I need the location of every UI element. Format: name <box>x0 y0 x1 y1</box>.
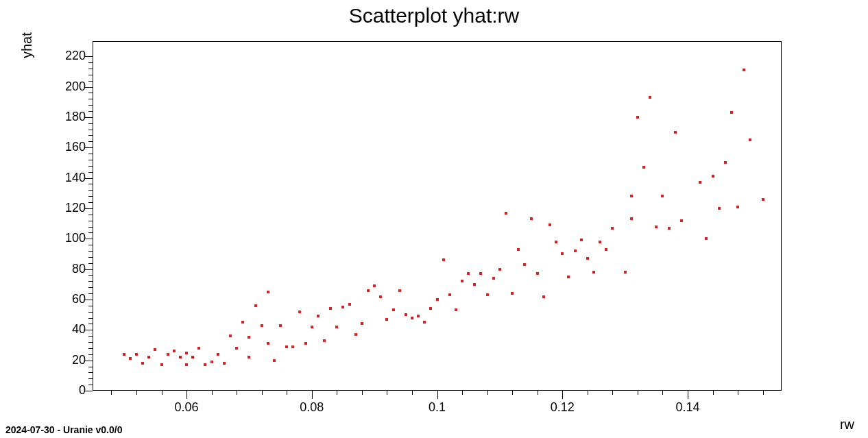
y-tick-label: 20 <box>51 353 86 367</box>
data-point <box>561 252 564 255</box>
y-minor-tick <box>88 354 93 355</box>
data-point <box>185 352 188 354</box>
data-point <box>411 317 413 319</box>
data-point <box>210 361 213 363</box>
data-point <box>523 263 526 266</box>
y-minor-tick <box>88 99 93 99</box>
x-minor-tick <box>512 391 513 395</box>
x-minor-tick <box>462 391 463 395</box>
x-tick <box>688 391 688 399</box>
y-minor-tick <box>88 196 93 197</box>
x-minor-tick <box>136 391 137 395</box>
data-point <box>517 248 520 251</box>
y-minor-tick <box>88 263 93 264</box>
data-point <box>329 307 332 310</box>
x-tick <box>186 391 187 399</box>
x-axis-label: rw <box>840 417 854 433</box>
data-point <box>311 326 313 328</box>
data-point <box>586 257 589 260</box>
data-point <box>304 342 307 345</box>
data-point <box>123 353 125 356</box>
data-point <box>154 348 156 351</box>
data-point <box>367 289 370 292</box>
y-minor-tick <box>88 130 93 130</box>
data-point <box>592 271 595 273</box>
data-point <box>423 321 426 324</box>
data-point <box>291 345 294 348</box>
data-point <box>317 315 320 317</box>
chart-container: Scatterplot yhat:rw yhat rw 2024-07-30 -… <box>0 0 868 438</box>
chart-footer: 2024-07-30 - Uranie v0.0/0 <box>5 424 122 435</box>
y-tick-label: 100 <box>51 231 86 245</box>
y-minor-tick <box>88 111 93 112</box>
data-point <box>223 362 226 365</box>
y-minor-tick <box>88 135 93 136</box>
data-point <box>392 308 395 311</box>
data-point <box>649 96 651 99</box>
data-point <box>674 131 677 134</box>
data-point <box>241 321 244 324</box>
data-point <box>599 241 601 243</box>
y-minor-tick <box>88 215 93 215</box>
data-point <box>605 248 607 251</box>
y-minor-tick <box>88 69 93 69</box>
data-point <box>323 339 326 342</box>
y-minor-tick <box>88 342 93 343</box>
y-minor-tick <box>88 372 93 373</box>
y-minor-tick <box>88 123 93 124</box>
y-minor-tick <box>88 172 93 173</box>
data-point <box>160 363 163 366</box>
data-point <box>536 272 539 275</box>
y-minor-tick <box>88 166 93 167</box>
data-point <box>655 226 658 228</box>
data-point <box>611 227 614 230</box>
x-tick-label: 0.08 <box>300 400 324 415</box>
data-point <box>699 181 701 184</box>
data-point <box>730 111 733 114</box>
data-point <box>267 342 269 345</box>
data-point <box>254 304 257 307</box>
x-tick-label: 0.12 <box>551 400 575 415</box>
data-point <box>379 295 382 298</box>
y-minor-tick <box>88 257 93 258</box>
y-minor-tick <box>88 232 93 233</box>
y-minor-tick <box>88 287 93 288</box>
y-minor-tick <box>88 281 93 282</box>
x-minor-tick <box>588 391 588 395</box>
data-point <box>197 347 200 350</box>
data-point <box>147 356 150 358</box>
data-point <box>479 272 482 275</box>
data-point <box>173 350 176 352</box>
x-minor-tick <box>287 391 287 395</box>
y-tick-label: 80 <box>51 262 86 276</box>
x-tick-label: 0.06 <box>175 400 199 415</box>
data-point <box>442 258 445 261</box>
data-point <box>661 195 664 197</box>
data-point <box>436 298 439 301</box>
data-point <box>724 161 727 164</box>
x-minor-tick <box>111 391 112 395</box>
y-minor-tick <box>88 348 93 349</box>
data-point <box>630 195 633 197</box>
y-minor-tick <box>88 184 93 184</box>
data-point <box>235 347 238 350</box>
y-minor-tick <box>88 293 93 294</box>
data-point <box>680 219 683 222</box>
x-tick <box>312 391 313 399</box>
y-minor-tick <box>88 221 93 221</box>
data-point <box>135 353 138 356</box>
data-point <box>542 295 545 298</box>
y-minor-tick <box>88 81 93 82</box>
y-tick-label: 160 <box>51 140 86 154</box>
data-point <box>285 345 288 348</box>
y-minor-tick <box>88 245 93 245</box>
chart-title: Scatterplot yhat:rw <box>0 4 868 27</box>
x-minor-tick <box>162 391 162 395</box>
data-point <box>530 217 533 220</box>
y-minor-tick <box>88 227 93 228</box>
data-point <box>348 303 351 306</box>
data-point <box>267 291 269 293</box>
y-minor-tick <box>88 275 93 276</box>
y-minor-tick <box>88 154 93 154</box>
x-minor-tick <box>638 391 638 395</box>
